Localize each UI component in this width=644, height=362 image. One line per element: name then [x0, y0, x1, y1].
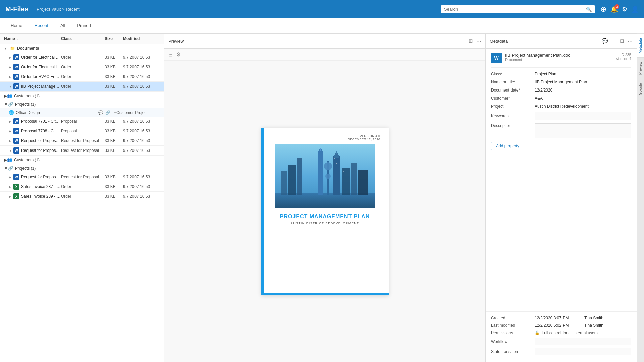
projects-icon-2: 🔗 — [8, 166, 13, 171]
row-expand-icon: ▶ — [9, 185, 13, 189]
table-row[interactable]: ▼ W Request for Proposal - HVAC Enginee.… — [0, 146, 164, 156]
col-size-header[interactable]: Size — [105, 36, 123, 41]
version-text: VERSION 4.0 — [268, 134, 380, 138]
tab-pinned[interactable]: Pinned — [72, 20, 96, 32]
field-name-label: Name or title* — [491, 80, 535, 84]
field-description-input[interactable] — [535, 123, 631, 138]
table-row[interactable]: ▼ W IIB Project Management Plan.doc Orde… — [0, 82, 164, 92]
table-row[interactable]: ▶ W Request for Proposal - Land Construc… — [0, 172, 164, 182]
footer-modified-date: 12/2/2020 5:02 PM — [535, 323, 582, 328]
field-keywords-input[interactable] — [535, 112, 631, 120]
word-file-icon: W — [13, 138, 19, 144]
side-tab-preview[interactable]: Preview — [637, 57, 644, 79]
link-icon[interactable]: 🔗 — [105, 110, 110, 115]
table-row[interactable]: ▶ W Order for HVAC Engineerin.doc Order … — [0, 72, 164, 82]
side-tab-metadata[interactable]: Metadata — [637, 34, 644, 57]
subsection-projects[interactable]: ▼ 🔗 Projects (1) — [0, 100, 164, 108]
doc-info-type: Document — [505, 58, 616, 62]
field-keywords-label: Keywords — [491, 114, 535, 118]
footer-state-label: State transition — [491, 349, 535, 354]
table-row[interactable]: ▶ W Order for Electrical installing.doc … — [0, 62, 164, 72]
table-row[interactable]: ▶ X Sales Invoice 237 - City of Chicago … — [0, 182, 164, 192]
excel-file-icon: X — [13, 193, 19, 199]
table-row[interactable]: ▶ W Order for Electrical engineering.doc… — [0, 53, 164, 62]
file-class: Request for Proposal — [61, 138, 105, 143]
subsection-expand-icon: ▼ — [4, 102, 8, 107]
tab-recent[interactable]: Recent — [29, 20, 54, 32]
expand-icon[interactable]: ⛶ — [460, 38, 465, 44]
list-item[interactable]: 🌐 Office Design 💬 🔗 ⋯ Customer Project — [0, 108, 164, 117]
search-icon: 🔍 — [586, 7, 592, 12]
footer-modified-by: Tina Smith — [584, 323, 631, 328]
file-name: Request for Proposal - HVAC Enginee... — [21, 148, 61, 153]
preview-panel: Preview ⛶ ⊞ ⋯ ⊟ ⚙ VERSION 4.0 DECEMBER 1… — [164, 34, 486, 362]
preview-title: Preview — [168, 39, 184, 44]
footer-modified: Last modified 12/2/2020 5:02 PM Tina Smi… — [491, 323, 631, 328]
col-modified-header[interactable]: Modified — [123, 36, 160, 41]
field-project-value: Austin District Redevelopment — [535, 104, 631, 109]
section-documents[interactable]: ▼ 📁 Documents — [0, 44, 164, 53]
tab-home[interactable]: Home — [5, 20, 28, 32]
file-class: Order — [61, 184, 105, 189]
file-modified: 9.7.2007 16.53 — [123, 74, 160, 79]
field-customer: Customer* A&A — [491, 96, 631, 101]
table-row[interactable]: ▶ W Proposal 7701 - City of Chicago (Pla… — [0, 117, 164, 126]
file-list: ▼ 📁 Documents ▶ W Order for Electrical e… — [0, 44, 164, 362]
comment-meta-icon[interactable]: 💬 — [602, 38, 608, 44]
footer-created-date: 12/2/2020 3:07 PM — [535, 316, 582, 320]
tab-all[interactable]: All — [55, 20, 70, 32]
add-property-button[interactable]: Add property — [491, 142, 524, 150]
split-view-icon[interactable]: ⊟ — [168, 51, 173, 58]
footer-state-input[interactable] — [535, 348, 631, 355]
layout-meta-icon[interactable]: ⊞ — [620, 38, 624, 44]
comment-icon[interactable]: 💬 — [98, 110, 103, 115]
more-options-icon[interactable]: ⋯ — [476, 38, 481, 44]
field-customer-label: Customer* — [491, 96, 535, 101]
field-doc-date: Document date* 12/2/2020 — [491, 88, 631, 93]
col-class-header[interactable]: Class — [61, 36, 105, 41]
field-date-value: 12/2/2020 — [535, 88, 631, 93]
folder-icon: 📁 — [10, 46, 15, 51]
excel-file-icon: X — [13, 184, 19, 190]
settings-icon[interactable]: ⚙ — [622, 6, 627, 13]
add-icon[interactable]: ⊕ — [600, 5, 606, 14]
footer-modified-label: Last modified — [491, 323, 535, 328]
settings-preview-icon[interactable]: ⚙ — [176, 51, 181, 58]
expand-meta-icon[interactable]: ⛶ — [611, 38, 616, 44]
field-name-value: IIB Project Management Plan — [535, 80, 631, 84]
user-icon[interactable]: 👤 — [631, 6, 639, 13]
notifications-icon[interactable]: 🔔 2 — [610, 6, 618, 13]
file-size: 33 KB — [105, 55, 123, 60]
table-row[interactable]: ▶ X Sales Invoice 239 - City of Chicago … — [0, 192, 164, 201]
footer-state: State transition — [491, 348, 631, 355]
svg-rect-22 — [343, 171, 344, 172]
field-project-label: Project — [491, 104, 535, 109]
col-name-header[interactable]: Name ↓ — [4, 36, 61, 41]
row-expand-icon: ▶ — [9, 139, 13, 143]
side-tab-google[interactable]: Google — [637, 79, 644, 99]
file-name: Request for Proposal - Land Construct... — [21, 175, 61, 179]
metadata-header-icons: 💬 ⛶ ⊞ ⋯ — [602, 38, 633, 44]
row-expand-icon: ▶ — [9, 56, 13, 59]
header: M-Files Project Vault > Recent 🔍 ⊕ 🔔 2 ⚙… — [0, 0, 644, 18]
subsection-customers[interactable]: ▶ 👥 Customers (1) — [0, 92, 164, 100]
row-expand-icon: ▶ — [9, 129, 13, 133]
footer-workflow-input[interactable] — [535, 338, 631, 345]
metadata-panel: Metadata 💬 ⛶ ⊞ ⋯ W IIB Project Managemen… — [486, 34, 637, 362]
search-input[interactable] — [444, 7, 583, 12]
svg-rect-5 — [318, 151, 323, 195]
subsection-projects-2[interactable]: ▼ 🔗 Projects (1) — [0, 164, 164, 172]
file-class: Order — [61, 194, 105, 199]
layout-icon[interactable]: ⊞ — [469, 38, 473, 44]
file-panel-header: Name ↓ Class Size Modified — [0, 34, 164, 44]
more-icon[interactable]: ⋯ — [112, 110, 116, 115]
project-class: Customer Project — [116, 110, 160, 115]
svg-rect-7 — [320, 148, 321, 151]
table-row[interactable]: ▶ W Proposal 7708 - City of Chicago (Pla… — [0, 126, 164, 136]
word-file-icon: W — [13, 74, 19, 80]
more-meta-icon[interactable]: ⋯ — [628, 38, 633, 44]
section-expand-icon: ▼ — [4, 47, 9, 50]
table-row[interactable]: ▶ W Request for Proposal - Electrical En… — [0, 136, 164, 146]
file-class: Request for Proposal — [61, 148, 105, 153]
subsection-customers-2[interactable]: ▶ 👥 Customers (1) — [0, 156, 164, 164]
